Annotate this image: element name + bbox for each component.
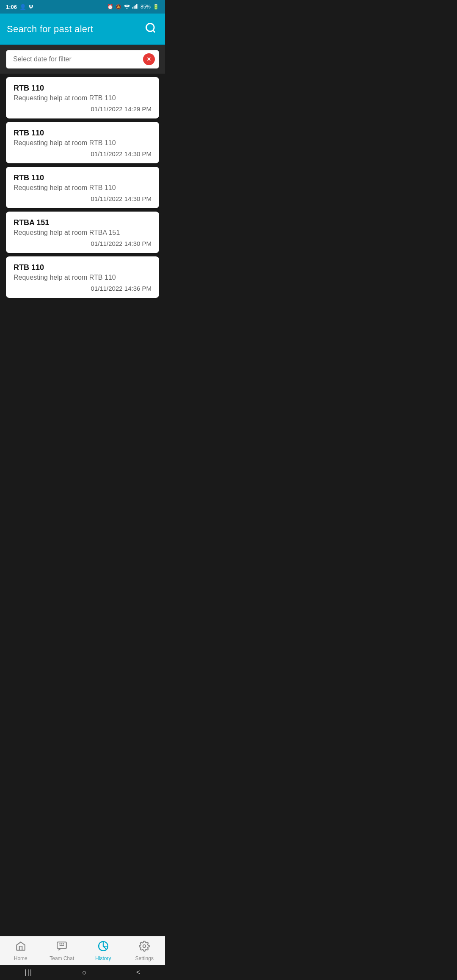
alert-timestamp: 01/11/2022 14:30 PM — [14, 195, 151, 202]
alert-message: Requesting help at room RTB 110 — [14, 184, 151, 192]
header: Search for past alert — [0, 14, 165, 45]
status-bar: 1:06 👤 Ψ ⏰ 🔕 85% 🔋 — [0, 0, 165, 14]
alert-message: Requesting help at room RTB 110 — [14, 274, 151, 281]
svg-line-6 — [153, 30, 155, 32]
date-filter-input[interactable] — [6, 50, 159, 69]
alert-timestamp: 01/11/2022 14:36 PM — [14, 285, 151, 292]
status-time: 1:06 — [6, 4, 17, 10]
search-button[interactable] — [143, 20, 158, 38]
status-left: 1:06 👤 Ψ — [6, 4, 33, 10]
alert-room: RTB 110 — [14, 84, 151, 93]
date-filter-wrapper: × — [6, 50, 159, 69]
alert-message: Requesting help at room RTB 110 — [14, 94, 151, 102]
svg-rect-0 — [132, 7, 133, 8]
alarm-icon: ⏰ — [107, 4, 113, 10]
filter-bar: × — [0, 45, 165, 74]
clear-filter-button[interactable]: × — [143, 53, 155, 65]
tesla-icon: Ψ — [29, 4, 33, 10]
alert-list: RTB 110 Requesting help at room RTB 110 … — [0, 74, 165, 301]
status-right: ⏰ 🔕 85% 🔋 — [107, 4, 159, 10]
alert-room: RTB 110 — [14, 263, 151, 272]
person-icon: 👤 — [19, 4, 26, 10]
alert-message: Requesting help at room RTBA 151 — [14, 229, 151, 237]
wifi-icon — [124, 4, 130, 10]
svg-rect-3 — [136, 4, 137, 9]
battery-icon: 🔋 — [153, 4, 159, 10]
alert-card[interactable]: RTBA 151 Requesting help at room RTBA 15… — [6, 212, 159, 253]
svg-rect-4 — [137, 4, 138, 8]
svg-rect-1 — [134, 6, 135, 8]
alert-room: RTBA 151 — [14, 218, 151, 227]
alert-card[interactable]: RTB 110 Requesting help at room RTB 110 … — [6, 256, 159, 298]
alert-timestamp: 01/11/2022 14:30 PM — [14, 240, 151, 247]
main-content: × RTB 110 Requesting help at room RTB 11… — [0, 45, 165, 352]
signal-icon — [132, 4, 138, 10]
close-icon: × — [147, 55, 151, 63]
alert-room: RTB 110 — [14, 129, 151, 138]
svg-rect-2 — [135, 5, 136, 8]
alert-room: RTB 110 — [14, 173, 151, 182]
battery-level: 85% — [140, 4, 151, 10]
alert-card[interactable]: RTB 110 Requesting help at room RTB 110 … — [6, 77, 159, 118]
svg-point-5 — [146, 24, 154, 32]
mute-icon: 🔕 — [116, 4, 121, 10]
alert-message: Requesting help at room RTB 110 — [14, 139, 151, 147]
page-title: Search for past alert — [7, 24, 93, 35]
alert-card[interactable]: RTB 110 Requesting help at room RTB 110 … — [6, 122, 159, 163]
alert-card[interactable]: RTB 110 Requesting help at room RTB 110 … — [6, 167, 159, 208]
alert-timestamp: 01/11/2022 14:30 PM — [14, 150, 151, 157]
alert-timestamp: 01/11/2022 14:29 PM — [14, 105, 151, 113]
